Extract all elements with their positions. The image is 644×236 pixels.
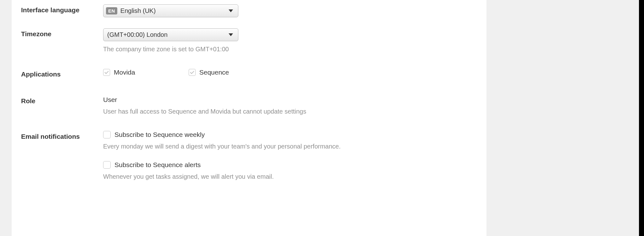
application-movida: Movida — [103, 69, 135, 76]
language-value: English (UK) — [120, 7, 234, 14]
label-interface-language: Interface language — [21, 4, 103, 14]
alerts-desc: Whenever you get tasks assigned, we will… — [103, 173, 486, 180]
right-edge-bar — [639, 0, 644, 236]
movida-checkbox[interactable] — [103, 69, 110, 76]
chevron-down-icon — [229, 33, 233, 36]
label-applications: Applications — [21, 69, 103, 78]
role-hint: User has full access to Sequence and Mov… — [103, 108, 486, 115]
label-timezone: Timezone — [21, 28, 103, 38]
label-email-notifications: Email notifications — [21, 131, 103, 140]
alerts-checkbox[interactable] — [103, 161, 111, 169]
timezone-hint: The company time zone is set to GMT+01:0… — [103, 46, 486, 53]
language-code-badge: EN — [106, 7, 117, 14]
row-timezone: Timezone (GMT+00:00) London The company … — [21, 28, 486, 53]
weekly-desc: Every monday we will send a digest with … — [103, 143, 486, 150]
notification-weekly: Subscribe to Sequence weekly Every monda… — [103, 131, 486, 150]
role-value: User — [103, 95, 486, 104]
timezone-dropdown[interactable]: (GMT+00:00) London — [103, 28, 238, 41]
sequence-checkbox[interactable] — [189, 69, 196, 76]
row-email-notifications: Email notifications Subscribe to Sequenc… — [21, 131, 486, 191]
weekly-checkbox[interactable] — [103, 131, 111, 138]
chevron-down-icon — [229, 9, 233, 12]
movida-label: Movida — [114, 69, 135, 76]
notification-alerts: Subscribe to Sequence alerts Whenever yo… — [103, 161, 486, 180]
settings-panel: Interface language EN English (UK) Timez… — [12, 0, 486, 236]
row-applications: Applications Movida Sequence — [21, 69, 486, 78]
weekly-title: Subscribe to Sequence weekly — [114, 131, 205, 138]
interface-language-dropdown[interactable]: EN English (UK) — [103, 4, 238, 17]
row-interface-language: Interface language EN English (UK) — [21, 0, 486, 17]
label-role: Role — [21, 95, 103, 105]
timezone-value: (GMT+00:00) London — [106, 31, 234, 38]
sequence-label: Sequence — [199, 69, 229, 76]
row-role: Role User User has full access to Sequen… — [21, 95, 486, 115]
application-sequence: Sequence — [189, 69, 229, 76]
alerts-title: Subscribe to Sequence alerts — [114, 161, 201, 169]
